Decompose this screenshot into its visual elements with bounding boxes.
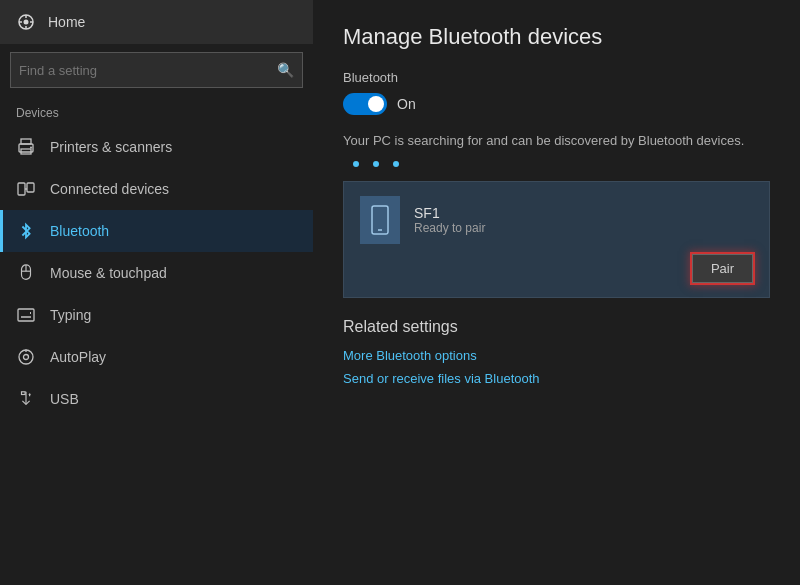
main-content: Manage Bluetooth devices Bluetooth On Yo… [313, 0, 800, 585]
more-bluetooth-link[interactable]: More Bluetooth options [343, 348, 770, 363]
search-input[interactable] [19, 63, 271, 78]
toggle-on-label: On [397, 96, 416, 112]
sidebar-item-printers[interactable]: Printers & scanners [0, 126, 313, 168]
device-name: SF1 [414, 205, 485, 221]
search-icon: 🔍 [277, 62, 294, 78]
search-container: 🔍 [0, 44, 313, 96]
svg-rect-11 [27, 183, 34, 192]
bluetooth-toggle[interactable] [343, 93, 387, 115]
device-text: SF1 Ready to pair [414, 205, 485, 235]
connected-icon [16, 179, 36, 199]
svg-rect-16 [18, 309, 34, 321]
searching-text: Your PC is searching for and can be disc… [343, 131, 770, 151]
dot-2 [373, 161, 379, 167]
page-title: Manage Bluetooth devices [343, 24, 770, 50]
sidebar-item-usb-label: USB [50, 391, 79, 407]
home-label: Home [48, 14, 85, 30]
dot-3 [393, 161, 399, 167]
sidebar-item-printers-label: Printers & scanners [50, 139, 172, 155]
svg-point-9 [30, 147, 32, 149]
sidebar-item-mouse-label: Mouse & touchpad [50, 265, 167, 281]
home-icon [16, 12, 36, 32]
bluetooth-toggle-row: On [343, 93, 770, 115]
sidebar-item-mouse[interactable]: Mouse & touchpad [0, 252, 313, 294]
sidebar-item-bluetooth[interactable]: Bluetooth [0, 210, 313, 252]
sidebar: Home 🔍 Devices Printers & scanners [0, 0, 313, 585]
related-settings-title: Related settings [343, 318, 770, 336]
sidebar-item-autoplay-label: AutoPlay [50, 349, 106, 365]
pair-button[interactable]: Pair [692, 254, 753, 283]
device-info-row: SF1 Ready to pair [360, 196, 753, 244]
sidebar-item-home[interactable]: Home [0, 0, 313, 44]
devices-section-label: Devices [0, 96, 313, 126]
device-status: Ready to pair [414, 221, 485, 235]
search-box[interactable]: 🔍 [10, 52, 303, 88]
typing-icon [16, 305, 36, 325]
pair-row: Pair [360, 254, 753, 283]
usb-icon [16, 389, 36, 409]
mouse-icon [16, 263, 36, 283]
svg-rect-28 [22, 392, 26, 395]
device-card: SF1 Ready to pair Pair [343, 181, 770, 298]
bluetooth-icon [16, 221, 36, 241]
device-phone-icon [369, 205, 391, 235]
svg-rect-10 [18, 183, 25, 195]
svg-point-22 [19, 350, 33, 364]
sidebar-item-connected[interactable]: Connected devices [0, 168, 313, 210]
svg-rect-7 [21, 139, 31, 144]
svg-point-1 [24, 20, 29, 25]
sidebar-item-autoplay[interactable]: AutoPlay [0, 336, 313, 378]
sidebar-item-typing-label: Typing [50, 307, 91, 323]
autoplay-icon [16, 347, 36, 367]
sidebar-item-usb[interactable]: USB [0, 378, 313, 420]
dot-1 [353, 161, 359, 167]
sidebar-item-bluetooth-label: Bluetooth [50, 223, 109, 239]
bluetooth-section-label: Bluetooth [343, 70, 770, 85]
send-receive-link[interactable]: Send or receive files via Bluetooth [343, 371, 770, 386]
svg-point-23 [24, 355, 29, 360]
printer-icon [16, 137, 36, 157]
sidebar-item-typing[interactable]: Typing [0, 294, 313, 336]
sidebar-item-connected-label: Connected devices [50, 181, 169, 197]
device-icon-box [360, 196, 400, 244]
scanning-dots [343, 161, 770, 167]
